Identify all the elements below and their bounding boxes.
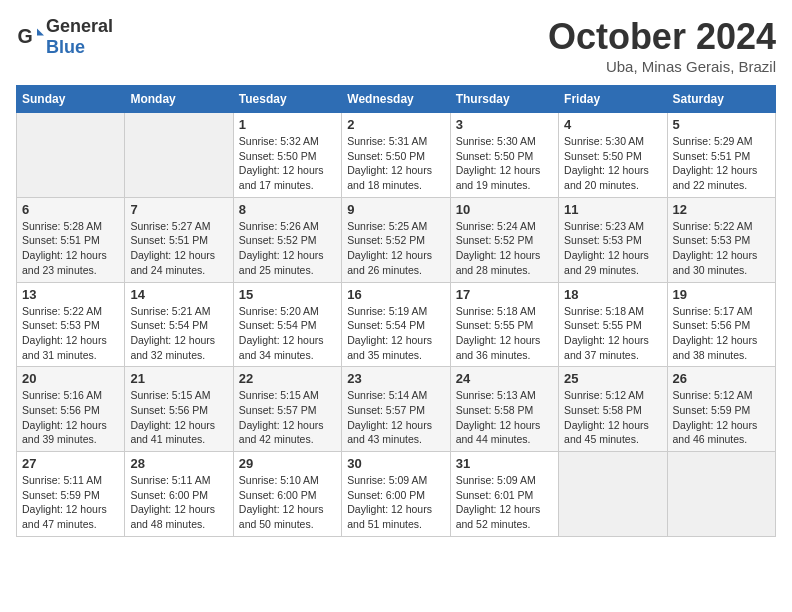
- day-number: 1: [239, 117, 336, 132]
- week-row-4: 20Sunrise: 5:16 AMSunset: 5:56 PMDayligh…: [17, 367, 776, 452]
- day-number: 6: [22, 202, 119, 217]
- day-number: 12: [673, 202, 770, 217]
- day-number: 16: [347, 287, 444, 302]
- day-info: Sunrise: 5:17 AMSunset: 5:56 PMDaylight:…: [673, 304, 770, 363]
- day-number: 21: [130, 371, 227, 386]
- day-info: Sunrise: 5:29 AMSunset: 5:51 PMDaylight:…: [673, 134, 770, 193]
- day-info: Sunrise: 5:11 AMSunset: 5:59 PMDaylight:…: [22, 473, 119, 532]
- day-number: 26: [673, 371, 770, 386]
- day-number: 27: [22, 456, 119, 471]
- day-number: 17: [456, 287, 553, 302]
- day-cell-1: 1Sunrise: 5:32 AMSunset: 5:50 PMDaylight…: [233, 113, 341, 198]
- day-info: Sunrise: 5:09 AMSunset: 6:00 PMDaylight:…: [347, 473, 444, 532]
- day-cell-23: 23Sunrise: 5:14 AMSunset: 5:57 PMDayligh…: [342, 367, 450, 452]
- week-row-3: 13Sunrise: 5:22 AMSunset: 5:53 PMDayligh…: [17, 282, 776, 367]
- day-number: 8: [239, 202, 336, 217]
- day-cell-3: 3Sunrise: 5:30 AMSunset: 5:50 PMDaylight…: [450, 113, 558, 198]
- day-cell-28: 28Sunrise: 5:11 AMSunset: 6:00 PMDayligh…: [125, 452, 233, 537]
- day-number: 7: [130, 202, 227, 217]
- day-info: Sunrise: 5:23 AMSunset: 5:53 PMDaylight:…: [564, 219, 661, 278]
- day-cell-15: 15Sunrise: 5:20 AMSunset: 5:54 PMDayligh…: [233, 282, 341, 367]
- day-info: Sunrise: 5:30 AMSunset: 5:50 PMDaylight:…: [564, 134, 661, 193]
- day-number: 9: [347, 202, 444, 217]
- day-cell-6: 6Sunrise: 5:28 AMSunset: 5:51 PMDaylight…: [17, 197, 125, 282]
- header-row: SundayMondayTuesdayWednesdayThursdayFrid…: [17, 86, 776, 113]
- empty-cell: [559, 452, 667, 537]
- day-cell-26: 26Sunrise: 5:12 AMSunset: 5:59 PMDayligh…: [667, 367, 775, 452]
- logo-text-line2: Blue: [46, 37, 113, 58]
- day-cell-14: 14Sunrise: 5:21 AMSunset: 5:54 PMDayligh…: [125, 282, 233, 367]
- day-info: Sunrise: 5:16 AMSunset: 5:56 PMDaylight:…: [22, 388, 119, 447]
- calendar-table: SundayMondayTuesdayWednesdayThursdayFrid…: [16, 85, 776, 537]
- day-cell-17: 17Sunrise: 5:18 AMSunset: 5:55 PMDayligh…: [450, 282, 558, 367]
- day-info: Sunrise: 5:24 AMSunset: 5:52 PMDaylight:…: [456, 219, 553, 278]
- day-cell-7: 7Sunrise: 5:27 AMSunset: 5:51 PMDaylight…: [125, 197, 233, 282]
- day-number: 24: [456, 371, 553, 386]
- day-number: 11: [564, 202, 661, 217]
- day-number: 4: [564, 117, 661, 132]
- day-info: Sunrise: 5:22 AMSunset: 5:53 PMDaylight:…: [673, 219, 770, 278]
- day-header-sunday: Sunday: [17, 86, 125, 113]
- month-title: October 2024: [548, 16, 776, 58]
- day-number: 10: [456, 202, 553, 217]
- day-cell-29: 29Sunrise: 5:10 AMSunset: 6:00 PMDayligh…: [233, 452, 341, 537]
- svg-marker-1: [37, 29, 44, 36]
- day-cell-9: 9Sunrise: 5:25 AMSunset: 5:52 PMDaylight…: [342, 197, 450, 282]
- day-info: Sunrise: 5:21 AMSunset: 5:54 PMDaylight:…: [130, 304, 227, 363]
- day-info: Sunrise: 5:22 AMSunset: 5:53 PMDaylight:…: [22, 304, 119, 363]
- page-header: G General Blue October 2024 Uba, Minas G…: [16, 16, 776, 75]
- day-number: 29: [239, 456, 336, 471]
- day-cell-22: 22Sunrise: 5:15 AMSunset: 5:57 PMDayligh…: [233, 367, 341, 452]
- day-cell-19: 19Sunrise: 5:17 AMSunset: 5:56 PMDayligh…: [667, 282, 775, 367]
- day-cell-31: 31Sunrise: 5:09 AMSunset: 6:01 PMDayligh…: [450, 452, 558, 537]
- week-row-1: 1Sunrise: 5:32 AMSunset: 5:50 PMDaylight…: [17, 113, 776, 198]
- day-info: Sunrise: 5:15 AMSunset: 5:56 PMDaylight:…: [130, 388, 227, 447]
- day-number: 18: [564, 287, 661, 302]
- day-info: Sunrise: 5:11 AMSunset: 6:00 PMDaylight:…: [130, 473, 227, 532]
- day-number: 14: [130, 287, 227, 302]
- day-number: 3: [456, 117, 553, 132]
- week-row-2: 6Sunrise: 5:28 AMSunset: 5:51 PMDaylight…: [17, 197, 776, 282]
- day-info: Sunrise: 5:31 AMSunset: 5:50 PMDaylight:…: [347, 134, 444, 193]
- day-header-monday: Monday: [125, 86, 233, 113]
- day-header-wednesday: Wednesday: [342, 86, 450, 113]
- day-header-saturday: Saturday: [667, 86, 775, 113]
- day-info: Sunrise: 5:27 AMSunset: 5:51 PMDaylight:…: [130, 219, 227, 278]
- day-cell-10: 10Sunrise: 5:24 AMSunset: 5:52 PMDayligh…: [450, 197, 558, 282]
- day-number: 20: [22, 371, 119, 386]
- day-header-thursday: Thursday: [450, 86, 558, 113]
- day-cell-5: 5Sunrise: 5:29 AMSunset: 5:51 PMDaylight…: [667, 113, 775, 198]
- day-number: 31: [456, 456, 553, 471]
- day-cell-27: 27Sunrise: 5:11 AMSunset: 5:59 PMDayligh…: [17, 452, 125, 537]
- day-info: Sunrise: 5:09 AMSunset: 6:01 PMDaylight:…: [456, 473, 553, 532]
- day-info: Sunrise: 5:30 AMSunset: 5:50 PMDaylight:…: [456, 134, 553, 193]
- day-number: 15: [239, 287, 336, 302]
- day-cell-21: 21Sunrise: 5:15 AMSunset: 5:56 PMDayligh…: [125, 367, 233, 452]
- logo-text-line1: General: [46, 16, 113, 37]
- location-subtitle: Uba, Minas Gerais, Brazil: [548, 58, 776, 75]
- day-cell-18: 18Sunrise: 5:18 AMSunset: 5:55 PMDayligh…: [559, 282, 667, 367]
- day-info: Sunrise: 5:32 AMSunset: 5:50 PMDaylight:…: [239, 134, 336, 193]
- day-cell-2: 2Sunrise: 5:31 AMSunset: 5:50 PMDaylight…: [342, 113, 450, 198]
- day-number: 2: [347, 117, 444, 132]
- day-info: Sunrise: 5:26 AMSunset: 5:52 PMDaylight:…: [239, 219, 336, 278]
- empty-cell: [667, 452, 775, 537]
- week-row-5: 27Sunrise: 5:11 AMSunset: 5:59 PMDayligh…: [17, 452, 776, 537]
- day-cell-25: 25Sunrise: 5:12 AMSunset: 5:58 PMDayligh…: [559, 367, 667, 452]
- day-cell-13: 13Sunrise: 5:22 AMSunset: 5:53 PMDayligh…: [17, 282, 125, 367]
- day-info: Sunrise: 5:25 AMSunset: 5:52 PMDaylight:…: [347, 219, 444, 278]
- day-number: 5: [673, 117, 770, 132]
- empty-cell: [17, 113, 125, 198]
- day-info: Sunrise: 5:18 AMSunset: 5:55 PMDaylight:…: [456, 304, 553, 363]
- day-number: 13: [22, 287, 119, 302]
- day-info: Sunrise: 5:12 AMSunset: 5:59 PMDaylight:…: [673, 388, 770, 447]
- day-info: Sunrise: 5:28 AMSunset: 5:51 PMDaylight:…: [22, 219, 119, 278]
- day-info: Sunrise: 5:14 AMSunset: 5:57 PMDaylight:…: [347, 388, 444, 447]
- day-number: 23: [347, 371, 444, 386]
- day-cell-4: 4Sunrise: 5:30 AMSunset: 5:50 PMDaylight…: [559, 113, 667, 198]
- day-cell-12: 12Sunrise: 5:22 AMSunset: 5:53 PMDayligh…: [667, 197, 775, 282]
- day-info: Sunrise: 5:19 AMSunset: 5:54 PMDaylight:…: [347, 304, 444, 363]
- day-cell-20: 20Sunrise: 5:16 AMSunset: 5:56 PMDayligh…: [17, 367, 125, 452]
- day-cell-30: 30Sunrise: 5:09 AMSunset: 6:00 PMDayligh…: [342, 452, 450, 537]
- day-number: 19: [673, 287, 770, 302]
